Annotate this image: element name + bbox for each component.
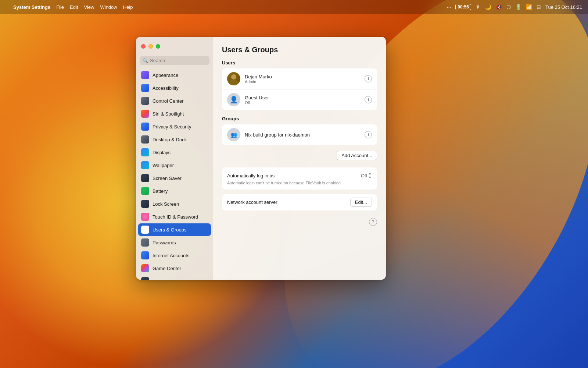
help-button[interactable]: ? xyxy=(369,218,377,226)
accessibility-label: Accessibility xyxy=(153,85,179,91)
group-info-button[interactable]: ℹ xyxy=(365,131,372,138)
search-input[interactable] xyxy=(150,58,207,63)
controlcenter-label: Control Center xyxy=(153,98,184,104)
dejan-info: Dejan Murko Admin xyxy=(245,74,360,84)
sidebar-item-screensaver[interactable]: Screen Saver xyxy=(138,172,211,184)
menubar: System Settings File Edit View Window He… xyxy=(0,0,588,14)
search-icon: 🔍 xyxy=(143,58,148,63)
sidebar-item-privacy[interactable]: Privacy & Security xyxy=(138,120,211,133)
battery-label: Battery xyxy=(153,188,168,194)
sidebar-item-desktop[interactable]: Desktop & Dock xyxy=(138,133,211,146)
groups-card: 👥 Nix build group for nix-daemon ℹ xyxy=(222,124,377,145)
view-menu[interactable]: View xyxy=(84,4,94,10)
wallet-icon xyxy=(141,277,149,280)
app-name[interactable]: System Settings xyxy=(13,4,50,10)
sidebar: 🔍 AppearanceAccessibilityControl CenterS… xyxy=(136,37,213,280)
usersgroups-label: Users & Groups xyxy=(153,227,186,233)
touchid-label: Touch ID & Password xyxy=(153,214,198,220)
user-dejan-row[interactable]: Dejan Murko Admin ℹ xyxy=(222,68,377,89)
auto-login-label: Automatically log in as xyxy=(227,173,275,178)
auto-login-row: Automatically log in as Off ⏶⏷ xyxy=(227,172,372,179)
edit-button[interactable]: Edit... xyxy=(350,198,372,207)
sidebar-item-lockscreen[interactable]: Lock Screen xyxy=(138,198,211,210)
search-bar[interactable]: 🔍 xyxy=(140,56,209,65)
sidebar-item-appearance[interactable]: Appearance xyxy=(138,69,211,81)
sidebar-item-gamecenter[interactable]: Game Center xyxy=(138,262,211,275)
sidebar-item-internetaccounts[interactable]: Internet Accounts xyxy=(138,249,211,262)
controlcenter-icon xyxy=(141,97,149,105)
sidebar-item-siri[interactable]: Siri & Spotlight xyxy=(138,107,211,120)
users-section-label: Users xyxy=(222,60,377,66)
wifi-icon[interactable]: 📶 xyxy=(526,4,532,10)
lockscreen-icon xyxy=(141,200,149,208)
wallpaper-icon xyxy=(141,161,149,169)
sidebar-item-battery[interactable]: Battery xyxy=(138,185,211,197)
help-menu[interactable]: Help xyxy=(123,4,133,10)
guest-info-button[interactable]: ℹ xyxy=(365,96,372,103)
guest-avatar: 👤 xyxy=(227,93,240,106)
guest-name: Guest User xyxy=(245,95,360,100)
maximize-button[interactable] xyxy=(156,44,160,49)
desktop-label: Desktop & Dock xyxy=(153,137,187,142)
add-account-button[interactable]: Add Account... xyxy=(337,151,377,160)
displays-icon xyxy=(141,148,149,156)
appearance-icon xyxy=(141,71,149,79)
sidebar-item-passwords[interactable]: Passwords xyxy=(138,236,211,249)
usersgroups-icon xyxy=(141,226,149,234)
ellipsis-icon[interactable]: ··· xyxy=(447,4,451,10)
bluetooth-icon[interactable]: ⬡ xyxy=(506,4,511,10)
dejan-role: Admin xyxy=(245,79,360,84)
sidebar-item-touchid[interactable]: Touch ID & Password xyxy=(138,210,211,223)
privacy-label: Privacy & Security xyxy=(153,124,191,130)
accessibility-icon xyxy=(141,84,149,92)
guest-role: Off xyxy=(245,100,360,105)
sidebar-item-accessibility[interactable]: Accessibility xyxy=(138,82,211,94)
privacy-icon xyxy=(141,123,149,131)
timer-badge: 00:56 xyxy=(455,4,471,10)
microphone-icon: 🎙 xyxy=(476,4,481,10)
sidebar-item-controlcenter[interactable]: Control Center xyxy=(138,95,211,107)
battery-icon: 🔋 xyxy=(515,4,521,10)
siri-icon xyxy=(141,110,149,118)
mute-icon: 🔇 xyxy=(496,4,502,10)
focus-icon: 🌙 xyxy=(485,4,491,10)
controlcenter-icon[interactable]: ⊟ xyxy=(537,4,541,10)
sidebar-item-usersgroups[interactable]: Users & Groups xyxy=(138,223,211,236)
displays-label: Displays xyxy=(153,150,171,155)
group-name: Nix build group for nix-daemon xyxy=(245,132,360,138)
passwords-label: Passwords xyxy=(153,240,176,245)
wallet-label: Wallet & Apple Pay xyxy=(153,279,193,280)
sidebar-item-wallpaper[interactable]: Wallpaper xyxy=(138,159,211,171)
titlebar xyxy=(136,37,213,56)
group-avatar: 👥 xyxy=(227,128,240,141)
internetaccounts-label: Internet Accounts xyxy=(153,253,189,258)
datetime-display: Tue 25 Oct 16:21 xyxy=(545,4,582,10)
edit-menu[interactable]: Edit xyxy=(70,4,78,10)
auto-login-value-text: Off xyxy=(361,173,367,178)
window-menu[interactable]: Window xyxy=(100,4,117,10)
sidebar-item-displays[interactable]: Displays xyxy=(138,146,211,159)
file-menu[interactable]: File xyxy=(56,4,64,10)
network-label: Network account server xyxy=(227,199,277,205)
siri-label: Siri & Spotlight xyxy=(153,111,184,117)
sidebar-item-wallet[interactable]: Wallet & Apple Pay xyxy=(138,275,211,280)
user-guest-row[interactable]: 👤 Guest User Off ℹ xyxy=(222,89,377,110)
close-button[interactable] xyxy=(141,44,146,49)
lockscreen-label: Lock Screen xyxy=(153,201,179,207)
internetaccounts-icon xyxy=(141,251,149,259)
users-card: Dejan Murko Admin ℹ 👤 Guest User Off ℹ xyxy=(222,68,377,110)
stepper-icon[interactable]: ⏶⏷ xyxy=(368,172,372,179)
auto-login-section: Automatically log in as Off ⏶⏷ Automatic… xyxy=(222,167,377,190)
auto-login-value: Off ⏶⏷ xyxy=(361,172,372,179)
screensaver-icon xyxy=(141,174,149,182)
battery-icon xyxy=(141,187,149,195)
add-account-row: Add Account... xyxy=(222,151,377,160)
group-info: Nix build group for nix-daemon xyxy=(245,132,360,138)
gamecenter-icon xyxy=(141,264,149,272)
group-nix-row[interactable]: 👥 Nix build group for nix-daemon ℹ xyxy=(222,124,377,145)
dejan-name: Dejan Murko xyxy=(245,74,360,79)
minimize-button[interactable] xyxy=(148,44,153,49)
system-settings-window: 🔍 AppearanceAccessibilityControl CenterS… xyxy=(136,37,386,280)
dejan-info-button[interactable]: ℹ xyxy=(365,75,372,82)
passwords-icon xyxy=(141,238,149,247)
